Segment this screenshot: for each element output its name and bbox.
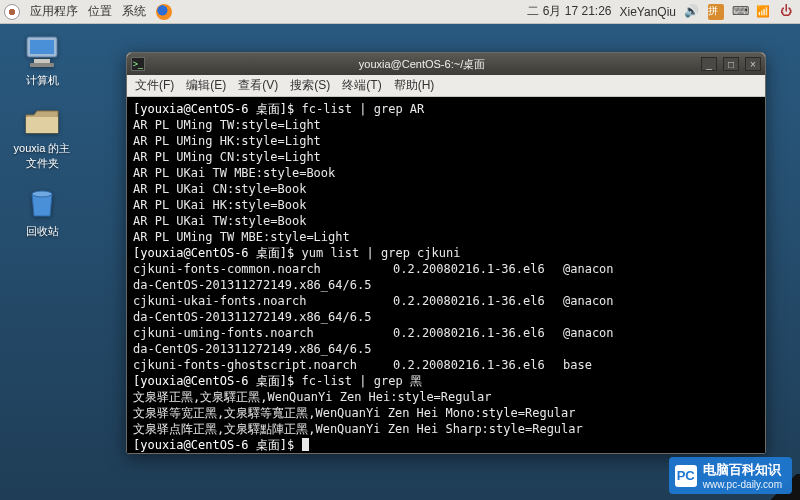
watermark-text: 电脑百科知识	[703, 462, 781, 477]
network-icon[interactable]	[756, 4, 772, 20]
desktop-icon-home[interactable]: youxia 的主文件夹	[12, 102, 72, 171]
window-maximize-button[interactable]: □	[723, 57, 739, 71]
menu-terminal[interactable]: 终端(T)	[342, 77, 381, 94]
panel-menu-system[interactable]: 系统	[122, 3, 146, 20]
desktop-icon-trash[interactable]: 回收站	[12, 185, 72, 239]
menu-search[interactable]: 搜索(S)	[290, 77, 330, 94]
svg-point-4	[32, 191, 52, 197]
firefox-icon[interactable]	[156, 4, 172, 20]
menu-file[interactable]: 文件(F)	[135, 77, 174, 94]
menu-edit[interactable]: 编辑(E)	[186, 77, 226, 94]
menu-view[interactable]: 查看(V)	[238, 77, 278, 94]
terminal-menubar: 文件(F) 编辑(E) 查看(V) 搜索(S) 终端(T) 帮助(H)	[127, 75, 765, 97]
clock[interactable]: 二 6月 17 21:26	[527, 3, 611, 20]
home-folder-icon	[22, 102, 62, 138]
watermark-url: www.pc-daily.com	[703, 479, 782, 490]
window-titlebar[interactable]: >_ youxia@CentOS-6:~/桌面 _ □ ×	[127, 53, 765, 75]
watermark-logo-icon: PC	[675, 465, 697, 487]
keyboard-icon[interactable]	[732, 4, 748, 20]
distro-logo-icon	[4, 4, 20, 20]
watermark: PC 电脑百科知识 www.pc-daily.com	[669, 457, 792, 494]
desktop-icon-computer[interactable]: 计算机	[12, 34, 72, 88]
desktop-icon-label: 回收站	[26, 224, 59, 239]
window-title: youxia@CentOS-6:~/桌面	[149, 57, 695, 72]
terminal-icon: >_	[131, 57, 145, 71]
desktop-icon-label: 计算机	[26, 73, 59, 88]
terminal-output[interactable]: [youxia@CentOS-6 桌面]$ fc-list | grep AR …	[127, 97, 765, 453]
computer-icon	[22, 34, 62, 70]
window-close-button[interactable]: ×	[745, 57, 761, 71]
trash-icon	[22, 185, 62, 221]
desktop-icons: 计算机 youxia 的主文件夹 回收站	[12, 34, 72, 239]
sound-icon[interactable]	[684, 4, 700, 20]
panel-menu-places[interactable]: 位置	[88, 3, 112, 20]
power-icon[interactable]	[780, 4, 796, 20]
svg-rect-2	[34, 59, 50, 63]
menu-help[interactable]: 帮助(H)	[394, 77, 435, 94]
top-panel: 应用程序 位置 系统 二 6月 17 21:26 XieYanQiu 拼	[0, 0, 800, 24]
window-minimize-button[interactable]: _	[701, 57, 717, 71]
desktop-icon-label: youxia 的主文件夹	[12, 141, 72, 171]
svg-rect-3	[30, 63, 54, 67]
terminal-window: >_ youxia@CentOS-6:~/桌面 _ □ × 文件(F) 编辑(E…	[126, 52, 766, 454]
svg-rect-1	[30, 40, 54, 54]
user-menu[interactable]: XieYanQiu	[620, 5, 676, 19]
panel-menu-applications[interactable]: 应用程序	[30, 3, 78, 20]
input-method-icon[interactable]: 拼	[708, 4, 724, 20]
